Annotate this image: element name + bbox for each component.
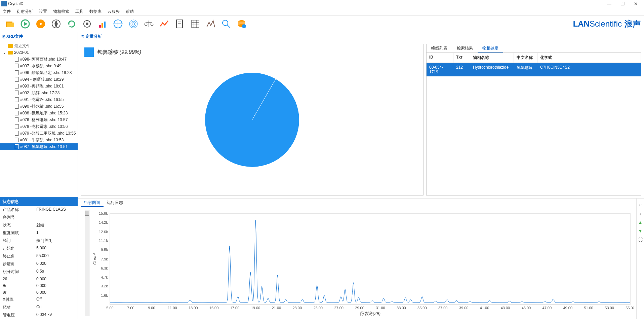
file-tree[interactable]: 最近文件 ⌄ 2023-01 #098- 阿莫西林.shd 10:47#097 …: [0, 41, 78, 197]
chart-tab[interactable]: 衍射图谱: [81, 199, 104, 207]
status-value: FRINGE CLASS: [36, 207, 66, 213]
status-row: θi0.000: [0, 282, 78, 289]
file-icon: [15, 117, 19, 122]
expand-h-icon[interactable]: ↔: [638, 202, 643, 207]
file-item[interactable]: #090 -扑尔敏 .shd 16:55: [0, 103, 78, 110]
file-icon: [15, 84, 19, 88]
file-item[interactable]: #091 -克霉唑 .shd 16:55: [0, 96, 78, 103]
status-value: 0.034 kV: [36, 312, 52, 318]
svg-text:15.8k: 15.8k: [99, 211, 108, 215]
file-item[interactable]: #098- 阿莫西林.shd 10:47: [0, 56, 78, 63]
svg-text:25.00: 25.00: [313, 306, 323, 310]
file-item[interactable]: #097 -水杨酸 .shd 9:49: [0, 63, 78, 69]
aperture-icon[interactable]: [50, 17, 63, 30]
window-title: CrystalX: [8, 1, 602, 6]
status-value: 1: [36, 230, 39, 236]
phase-tab[interactable]: 检索结果: [452, 44, 478, 52]
svg-text:11.00: 11.00: [168, 306, 177, 310]
vertical-slider[interactable]: [85, 210, 89, 316]
svg-line-32: [227, 25, 230, 28]
status-label: 靶材: [3, 305, 36, 310]
phase-table-row[interactable]: 00-034-1719 212 Hydrochlorothiazide 氢氯噻嗪…: [427, 63, 641, 76]
balance-icon[interactable]: [143, 17, 155, 30]
menu-item[interactable]: 设置: [39, 9, 47, 14]
col-txr: Txr: [453, 53, 470, 63]
chevron-down-icon[interactable]: ⌄: [3, 50, 7, 55]
status-value: 0.020: [36, 261, 46, 267]
expand-v-icon[interactable]: ↕: [638, 211, 643, 216]
file-item[interactable]: #096 -醋酸氯己定 .shd 19:23: [0, 69, 78, 76]
slider-handle[interactable]: [85, 211, 89, 216]
cell-cn: 氢氯噻嗪: [514, 63, 537, 76]
status-value: 5.000: [36, 246, 46, 251]
xrd-files-title: ⎘ XRD文件: [0, 32, 78, 41]
diffraction-chart[interactable]: 1.6k3.2k4.7k6.3k7.9k9.5k11.1k12.6k14.2k1…: [78, 207, 636, 319]
status-label: 步进角: [3, 261, 36, 267]
file-item[interactable]: #078 -克拉霉素 .shd 13:56: [0, 123, 78, 130]
file-label: #076 -格列吡嗪 .shd 13:57: [20, 117, 68, 123]
database-icon[interactable]: [235, 17, 248, 30]
phase-tab[interactable]: 峰线列表: [427, 44, 452, 52]
phase-tab[interactable]: 物相鉴定: [478, 44, 503, 52]
target-icon[interactable]: [112, 17, 124, 30]
maximize-button[interactable]: ☐: [616, 1, 629, 6]
dated-folder[interactable]: ⌄ 2023-01: [0, 49, 78, 56]
peaks-icon[interactable]: [204, 17, 217, 30]
folder-label: 2023-01: [14, 50, 29, 55]
svg-text:55.00: 55.00: [626, 306, 634, 310]
down-arrow-icon[interactable]: ▼: [638, 228, 643, 234]
menu-item[interactable]: 帮助: [126, 9, 134, 14]
menu-item[interactable]: 工具: [75, 9, 83, 14]
file-item[interactable]: #081 -牛磺酸 .shd 13:53: [0, 137, 78, 143]
report-icon[interactable]: [173, 17, 186, 30]
search-chart-icon[interactable]: [220, 17, 233, 30]
grid-icon[interactable]: [189, 17, 202, 30]
close-button[interactable]: ✕: [629, 1, 643, 6]
svg-point-5: [40, 23, 42, 25]
menu-item[interactable]: 云服务: [108, 9, 120, 14]
svg-text:14.2k: 14.2k: [99, 221, 108, 225]
up-arrow-icon[interactable]: ▲: [638, 219, 643, 225]
svg-text:43.00: 43.00: [501, 306, 510, 310]
menu-item[interactable]: 衍射分析: [17, 9, 33, 14]
fullscreen-icon[interactable]: ⛶: [638, 237, 643, 242]
menu-item[interactable]: 文件: [3, 9, 11, 14]
svg-text:6.3k: 6.3k: [101, 266, 108, 270]
status-row: 起始角5.000: [0, 245, 78, 252]
menubar: 文件衍射分析设置物相检索工具数据库云服务帮助: [0, 7, 644, 15]
recent-files-folder[interactable]: 最近文件: [0, 42, 78, 49]
col-name: 物相名称: [470, 53, 514, 63]
status-row: 管电压0.034 kV: [0, 311, 78, 319]
play-icon[interactable]: [19, 17, 32, 30]
status-row: 舱门舱门关闭: [0, 237, 78, 245]
xrd-chart-svg: 1.6k3.2k4.7k6.3k7.9k9.5k11.1k12.6k14.2k1…: [91, 210, 634, 316]
file-item[interactable]: #093 -奥硝唑 .shd 18:01: [0, 83, 78, 90]
menu-item[interactable]: 数据库: [89, 9, 102, 14]
menu-item[interactable]: 物相检索: [53, 9, 69, 14]
svg-text:9.5k: 9.5k: [101, 248, 108, 252]
open-file-icon[interactable]: [3, 17, 16, 30]
refresh-icon[interactable]: [65, 17, 78, 30]
gear-icon[interactable]: [81, 17, 93, 30]
file-item[interactable]: #094 - 别嘌醇.shd 18:29: [0, 76, 78, 83]
file-icon: [15, 57, 19, 62]
file-item[interactable]: #092 -肌醇 .shd 17:28: [0, 90, 78, 96]
minimize-button[interactable]: —: [602, 1, 616, 6]
chart-tab[interactable]: 运行日志: [104, 199, 126, 207]
file-item[interactable]: #087 -氢氯噻嗪 .shd 13:51: [0, 143, 78, 150]
brand-sci: Scientific: [590, 19, 622, 28]
status-row: 靶材Cu: [0, 304, 78, 311]
col-formula: 化学式: [537, 53, 641, 63]
status-label: 管电压: [3, 312, 36, 318]
file-item[interactable]: #088 -氨氯地平 .shd 15:23: [0, 110, 78, 116]
file-item[interactable]: #076 -格列吡嗪 .shd 13:57: [0, 116, 78, 123]
chart-icon[interactable]: [96, 17, 109, 30]
fingerprint-icon[interactable]: [127, 17, 140, 30]
trend-icon[interactable]: [158, 17, 171, 30]
file-item[interactable]: #079 -盐酸二甲双胍 .shd 13:55: [0, 130, 78, 137]
file-icon: [15, 104, 19, 109]
pie-legend: 氢氯噻嗪 (99.99%): [84, 47, 141, 57]
svg-text:17.00: 17.00: [230, 306, 240, 310]
radiation-icon[interactable]: [34, 17, 47, 30]
phase-tabs: 峰线列表检索结果物相鉴定: [427, 44, 641, 53]
